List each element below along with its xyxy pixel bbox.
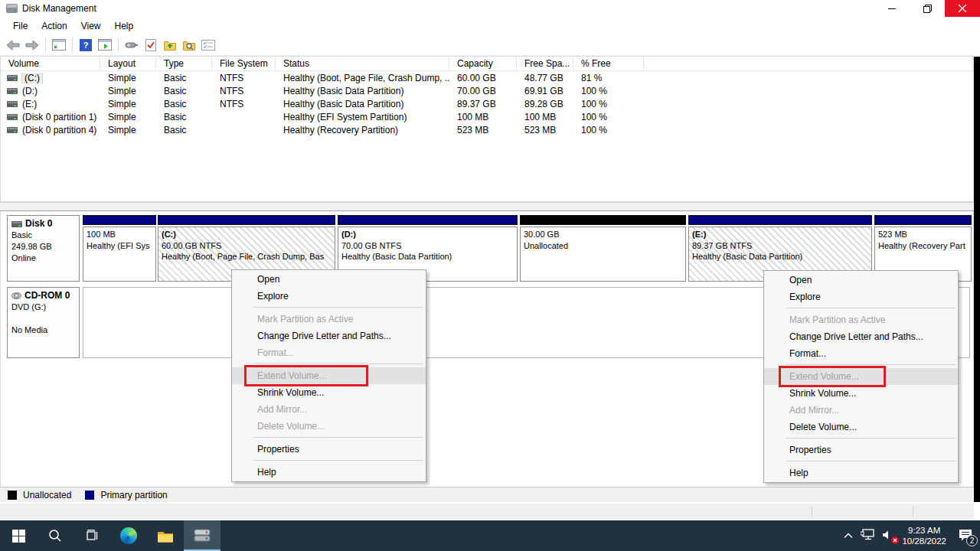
menu-separator [232, 458, 426, 464]
menu-separator [764, 362, 958, 368]
device-viewer-icon[interactable] [123, 37, 140, 54]
action-pane-icon[interactable] [96, 37, 113, 54]
notification-badge: 2 [966, 535, 978, 546]
col-volume[interactable]: Volume [1, 57, 100, 70]
cdrom-icon [11, 292, 21, 299]
edge-browser-icon[interactable] [110, 520, 147, 551]
volume-row-c[interactable]: (C:) Simple Basic NTFS Healthy (Boot, Pa… [1, 71, 973, 84]
disk-management-taskbar-icon[interactable] [184, 520, 220, 551]
menu-item-shrink-volume[interactable]: Shrink Volume... [764, 385, 958, 402]
menu-item-help[interactable]: Help [232, 464, 426, 481]
disk-icon [11, 221, 22, 227]
action-center-icon[interactable]: 2 [959, 529, 972, 543]
menu-item-mark-partition-active: Mark Partition as Active [232, 311, 426, 328]
legend-unallocated-swatch [8, 491, 17, 500]
window-edge [974, 57, 980, 502]
close-button[interactable] [945, 0, 980, 17]
menu-help[interactable]: Help [108, 18, 141, 34]
restore-button[interactable] [910, 0, 945, 17]
toolbar: ? [0, 34, 980, 56]
legend-primary-label: Primary partition [100, 490, 167, 500]
partition-color-bar [158, 215, 335, 225]
console-tree-icon[interactable] [51, 37, 67, 54]
col-free-space[interactable]: Free Spa... [517, 57, 573, 70]
menu-separator [232, 361, 426, 367]
partition-unallocated[interactable]: 30.00 GB Unallocated [520, 215, 686, 282]
folder-up-icon[interactable] [162, 37, 178, 54]
menu-item-shrink-volume[interactable]: Shrink Volume... [232, 384, 426, 401]
menu-item-extend-volume: Extend Volume... [764, 368, 958, 385]
volume-row-d[interactable]: (D:) Simple Basic NTFS Healthy (Basic Da… [1, 84, 973, 97]
back-arrow-icon[interactable] [5, 37, 21, 54]
properties-list-icon[interactable] [200, 37, 217, 54]
col-type[interactable]: Type [156, 57, 212, 70]
search-icon[interactable] [37, 520, 74, 551]
window-title: Disk Management [22, 3, 96, 14]
volume-row-e[interactable]: (E:) Simple Basic NTFS Healthy (Basic Da… [1, 97, 973, 110]
tray-date: 10/28/2022 [902, 536, 946, 546]
menu-item-properties[interactable]: Properties [232, 441, 426, 458]
menu-item-add-mirror: Add Mirror... [764, 402, 958, 419]
hdd-icon [7, 88, 18, 94]
menu-bar: File Action View Help [0, 17, 980, 34]
legend-unallocated-label: Unallocated [23, 490, 71, 500]
status-bar [0, 502, 974, 520]
menu-item-explore[interactable]: Explore [232, 288, 426, 305]
partition-color-bar [83, 215, 156, 225]
disk0-label[interactable]: Disk 0 Basic 249.98 GB Online [7, 215, 80, 282]
system-tray: 9:23 AM 10/28/2022 2 [844, 520, 980, 551]
volume-list-pane: Volume Layout Type File System Status Ca… [0, 56, 974, 202]
forward-arrow-icon[interactable] [24, 37, 41, 54]
menu-separator [764, 435, 958, 442]
clock[interactable]: 9:23 AM 10/28/2022 [902, 525, 946, 546]
menu-item-delete-volume: Delete Volume... [232, 418, 426, 435]
menu-item-format: Format... [232, 344, 426, 361]
legend-primary-swatch [85, 491, 94, 500]
menu-item-mark-partition-active: Mark Partition as Active [764, 311, 958, 328]
partition-efi[interactable]: 100 MB Healthy (EFI Sys [83, 215, 156, 282]
partition-color-bar [688, 215, 872, 225]
menu-item-format[interactable]: Format... [764, 345, 958, 362]
col-empty [644, 57, 973, 70]
network-icon[interactable] [861, 529, 874, 543]
menu-item-open[interactable]: Open [232, 271, 426, 288]
context-menu-c: Open Explore Mark Partition as Active Ch… [231, 269, 426, 482]
menu-view[interactable]: View [74, 18, 108, 34]
file-explorer-icon[interactable] [147, 520, 184, 551]
menu-item-change-drive-letter[interactable]: Change Drive Letter and Paths... [232, 328, 426, 344]
tray-chevron-icon[interactable] [844, 530, 853, 541]
folder-search-icon[interactable] [181, 37, 198, 54]
minimize-button[interactable] [874, 0, 910, 17]
disk-management-app-icon [6, 4, 18, 13]
context-menu-e: Open Explore Mark Partition as Active Ch… [763, 270, 959, 483]
menu-item-extend-volume: Extend Volume... [232, 367, 426, 384]
col-status[interactable]: Status [276, 57, 449, 70]
start-button[interactable] [0, 520, 37, 551]
pane-splitter[interactable] [0, 202, 974, 211]
volume-list-header: Volume Layout Type File System Status Ca… [1, 57, 973, 71]
volume-row-partition1[interactable]: (Disk 0 partition 1) Simple Basic Health… [1, 110, 973, 123]
partition-color-bar [874, 215, 972, 225]
tray-time: 9:23 AM [902, 525, 946, 536]
volume-muted-icon[interactable] [882, 530, 894, 543]
menu-item-properties[interactable]: Properties [764, 442, 958, 458]
menu-item-explore[interactable]: Explore [764, 289, 958, 305]
menu-item-delete-volume[interactable]: Delete Volume... [764, 419, 958, 435]
cdrom-label[interactable]: CD-ROM 0 DVD (G:) No Media [7, 287, 80, 358]
col-file-system[interactable]: File System [212, 57, 276, 70]
task-view-icon[interactable] [74, 520, 110, 551]
menu-item-change-drive-letter[interactable]: Change Drive Letter and Paths... [764, 328, 958, 345]
menu-action[interactable]: Action [34, 18, 74, 34]
svg-text:?: ? [83, 41, 89, 50]
help-icon[interactable]: ? [77, 37, 94, 54]
volume-row-partition4[interactable]: (Disk 0 partition 4) Simple Basic Health… [1, 123, 973, 136]
col-layout[interactable]: Layout [100, 57, 156, 70]
col-capacity[interactable]: Capacity [449, 57, 517, 70]
menu-file[interactable]: File [6, 18, 34, 34]
menu-separator [764, 305, 958, 311]
col-pct-free[interactable]: % Free [573, 57, 644, 70]
menu-item-help[interactable]: Help [764, 465, 958, 481]
check-disk-icon[interactable] [142, 37, 159, 54]
taskbar [0, 520, 980, 551]
menu-item-open[interactable]: Open [764, 272, 958, 289]
